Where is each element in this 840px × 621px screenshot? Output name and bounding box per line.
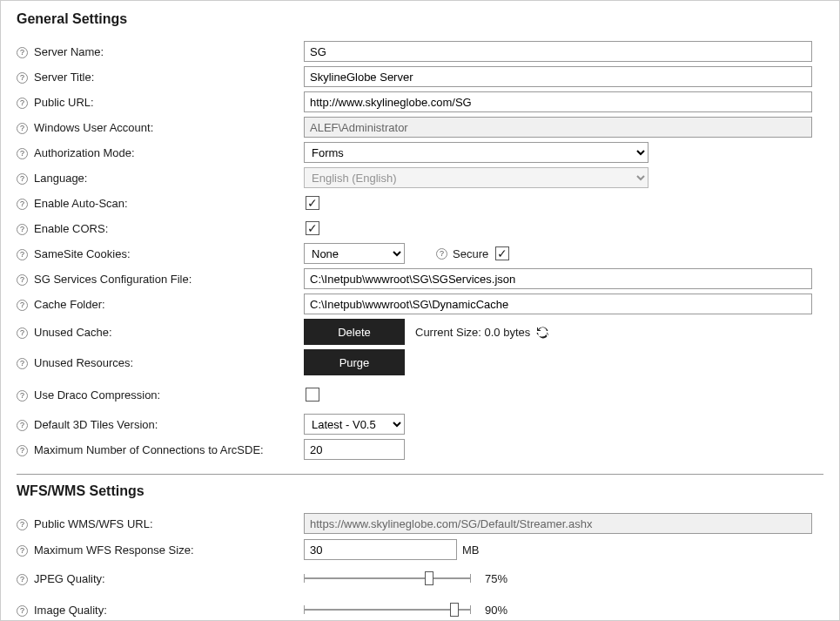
arcsde-label: Maximum Number of Connections to ArcSDE: — [34, 443, 304, 456]
windows-user-label: Windows User Account: — [34, 121, 304, 134]
help-icon[interactable]: ? — [17, 224, 28, 235]
image-quality-label: Image Quality: — [34, 604, 304, 617]
help-icon[interactable]: ? — [436, 248, 447, 260]
purge-button[interactable]: Purge — [304, 349, 405, 375]
help-icon[interactable]: ? — [17, 519, 28, 530]
wms-url-input — [304, 513, 812, 534]
arcsde-input[interactable] — [304, 439, 405, 460]
help-icon[interactable]: ? — [17, 199, 28, 210]
settings-panel: General Settings ? Server Name: ? Server… — [0, 0, 840, 621]
unused-resources-label: Unused Resources: — [34, 356, 304, 369]
language-label: Language: — [34, 172, 304, 185]
max-resp-label: Maximum WFS Response Size: — [34, 543, 304, 557]
help-icon[interactable]: ? — [17, 420, 28, 431]
help-icon[interactable]: ? — [17, 358, 28, 369]
general-settings-title: General Settings — [17, 11, 823, 27]
cache-folder-input[interactable] — [304, 294, 812, 314]
draco-checkbox[interactable] — [306, 388, 319, 402]
public-url-label: Public URL: — [34, 96, 304, 109]
jpeg-quality-label: JPEG Quality: — [34, 572, 304, 585]
help-icon[interactable]: ? — [17, 98, 28, 109]
image-quality-value: 90% — [485, 604, 507, 617]
tiles3d-label: Default 3D Tiles Version: — [34, 418, 304, 431]
cors-label: Enable CORS: — [34, 222, 304, 235]
help-icon[interactable]: ? — [17, 47, 28, 58]
server-title-label: Server Title: — [34, 71, 304, 84]
jpeg-quality-slider[interactable] — [304, 570, 471, 587]
sgservices-input[interactable] — [304, 268, 812, 289]
help-icon[interactable]: ? — [17, 605, 28, 617]
secure-label: Secure — [453, 247, 488, 260]
help-icon[interactable]: ? — [17, 274, 28, 286]
help-icon[interactable]: ? — [17, 72, 28, 84]
cache-folder-label: Cache Folder: — [34, 298, 304, 311]
sgservices-label: SG Services Configuration File: — [34, 273, 304, 286]
server-name-input[interactable] — [304, 41, 812, 62]
help-icon[interactable]: ? — [17, 148, 28, 159]
refresh-icon[interactable] — [535, 325, 549, 339]
help-icon[interactable]: ? — [17, 574, 28, 585]
help-icon[interactable]: ? — [17, 249, 28, 260]
public-url-input[interactable] — [304, 91, 812, 112]
divider — [17, 474, 823, 475]
samesite-label: SameSite Cookies: — [34, 247, 304, 260]
language-select: English (English) — [304, 167, 648, 188]
server-name-label: Server Name: — [34, 45, 304, 58]
help-icon[interactable]: ? — [17, 390, 28, 402]
auto-scan-label: Enable Auto-Scan: — [34, 197, 304, 210]
help-icon[interactable]: ? — [17, 327, 28, 339]
image-quality-slider[interactable] — [304, 601, 471, 618]
help-icon[interactable]: ? — [17, 545, 28, 557]
secure-checkbox[interactable]: ✓ — [495, 246, 509, 260]
current-size-text: Current Size: 0.0 bytes — [415, 326, 530, 339]
mb-suffix: MB — [462, 543, 480, 557]
unused-cache-label: Unused Cache: — [34, 326, 304, 339]
draco-label: Use Draco Compression: — [34, 388, 304, 402]
auto-scan-checkbox[interactable]: ✓ — [306, 196, 319, 210]
auth-mode-label: Authorization Mode: — [34, 146, 304, 159]
wms-url-label: Public WMS/WFS URL: — [34, 517, 304, 530]
help-icon[interactable]: ? — [17, 300, 28, 311]
tiles3d-select[interactable]: Latest - V0.5 — [304, 414, 405, 435]
delete-button[interactable]: Delete — [304, 319, 405, 345]
samesite-select[interactable]: None — [304, 243, 405, 264]
help-icon[interactable]: ? — [17, 445, 28, 456]
cors-checkbox[interactable]: ✓ — [306, 221, 319, 235]
wfswms-title: WFS/WMS Settings — [17, 483, 823, 499]
server-title-input[interactable] — [304, 66, 812, 87]
jpeg-quality-value: 75% — [485, 572, 507, 585]
max-resp-input[interactable] — [304, 539, 457, 560]
help-icon[interactable]: ? — [17, 123, 28, 134]
auth-mode-select[interactable]: Forms — [304, 142, 648, 163]
help-icon[interactable]: ? — [17, 173, 28, 185]
windows-user-input — [304, 117, 812, 138]
